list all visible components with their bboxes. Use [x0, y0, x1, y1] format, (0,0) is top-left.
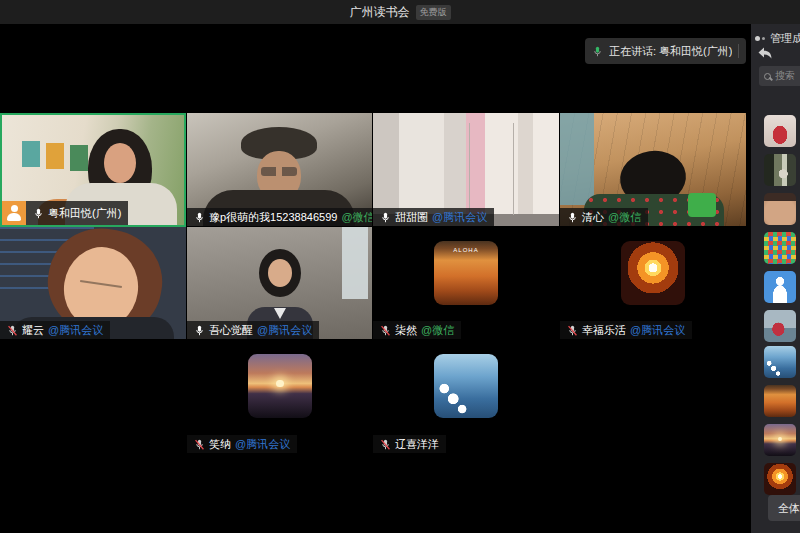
- participant-name: 柒然: [395, 323, 417, 338]
- video-tile[interactable]: 豫p很萌的我15238846599 @微信: [187, 113, 372, 226]
- video-tile-host[interactable]: 粤和田悦(广州): [0, 113, 186, 227]
- platform-suffix: @腾讯会议: [432, 210, 487, 225]
- toast-divider: [738, 44, 739, 58]
- participant-name-label: 辽喜洋洋: [373, 435, 446, 453]
- green-garment: [688, 193, 716, 217]
- participant-name-label: 柒然 @微信: [373, 321, 461, 339]
- speaking-indicator: 正在讲话: 粤和田悦(广州);...: [585, 38, 746, 64]
- member-avatar-woman-by-water[interactable]: [764, 310, 796, 342]
- bright-window: [342, 227, 368, 299]
- avatar-autumn-aloha: ALOHA: [434, 241, 498, 305]
- hanging-cloth: [560, 113, 594, 205]
- titlebar: 广州读书会 免费版: [0, 0, 800, 24]
- platform-suffix: @腾讯会议: [257, 323, 312, 338]
- search-icon: [764, 73, 771, 80]
- member-avatar-colorful-mosaic[interactable]: [764, 232, 796, 264]
- participant-name-label: 甜甜圈 @腾讯会议: [373, 208, 494, 226]
- video-tile[interactable]: 甜甜圈 @腾讯会议: [373, 113, 559, 226]
- person-face: [104, 143, 136, 183]
- speaking-indicator-text: 正在讲话: 粤和田悦(广州);...: [609, 44, 732, 59]
- mic-on-icon: [194, 211, 205, 224]
- participant-name: 辽喜洋洋: [395, 437, 439, 452]
- host-badge-icon: [2, 201, 26, 225]
- participant-name-label: 耀云 @腾讯会议: [0, 321, 110, 339]
- audio-tile[interactable]: 幸福乐活 @腾讯会议: [560, 227, 746, 339]
- participant-name: 笑纳: [209, 437, 231, 452]
- mic-muted-icon: [380, 324, 391, 337]
- platform-suffix: @腾讯会议: [630, 323, 685, 338]
- audio-tile[interactable]: ALOHA 柒然 @微信: [373, 227, 559, 339]
- participant-name-label: 粤和田悦(广州): [26, 201, 128, 225]
- avatar-caption: ALOHA: [434, 247, 498, 253]
- members-icon: [755, 35, 766, 42]
- platform-suffix: @腾讯会议: [48, 323, 103, 338]
- avatar-lake-daisies: [434, 354, 498, 418]
- member-avatar-autumn-aloha[interactable]: [764, 385, 796, 417]
- member-avatar-woman-in-red[interactable]: [764, 115, 796, 147]
- video-tile[interactable]: 清心 @微信: [560, 113, 746, 226]
- search-placeholder: 搜索: [775, 69, 795, 83]
- search-input[interactable]: 搜索: [759, 66, 800, 86]
- mic-on-icon: [380, 211, 391, 224]
- member-avatar-orange-sun[interactable]: [764, 463, 796, 495]
- mic-muted-icon: [7, 324, 18, 337]
- platform-suffix: @微信: [421, 323, 454, 338]
- members-panel: 管理成员 搜索 全体静音: [751, 24, 800, 533]
- participant-name: 幸福乐活: [582, 323, 626, 338]
- platform-suffix: @微信: [341, 210, 372, 225]
- member-avatar-person-by-window[interactable]: [764, 154, 796, 186]
- member-avatar-default-blue[interactable]: [764, 271, 796, 303]
- participant-name-label: 笑纳 @腾讯会议: [187, 435, 297, 453]
- back-arrow-icon: [757, 46, 773, 60]
- collapse-panel-button[interactable]: [757, 46, 775, 62]
- mic-muted-icon: [380, 438, 391, 451]
- avatar-orange-sun: [621, 241, 685, 305]
- participant-name-label: 幸福乐活 @腾讯会议: [560, 321, 692, 339]
- audio-tile[interactable]: 辽喜洋洋: [373, 340, 559, 453]
- meeting-window: 广州读书会 免费版 粤和田悦(广州): [0, 0, 800, 533]
- person-face: [268, 259, 292, 287]
- free-version-badge: 免费版: [416, 5, 451, 20]
- door-frame: [469, 123, 470, 215]
- participant-name-label: 清心 @微信: [560, 208, 648, 226]
- platform-suffix: @腾讯会议: [235, 437, 290, 452]
- participant-name: 耀云: [22, 323, 44, 338]
- mic-active-icon: [592, 45, 603, 58]
- video-tile[interactable]: 吾心觉醒 @腾讯会议: [187, 227, 372, 339]
- member-avatar-woman-face[interactable]: [764, 193, 796, 225]
- members-panel-header: 管理成员: [755, 31, 800, 46]
- platform-suffix: @微信: [608, 210, 641, 225]
- participant-name-label: 吾心觉醒 @腾讯会议: [187, 321, 319, 339]
- avatar-sunset-pier: [248, 354, 312, 418]
- wall-paintings: [22, 141, 40, 167]
- participant-name: 豫p很萌的我15238846599: [209, 210, 337, 225]
- participant-name: 清心: [582, 210, 604, 225]
- member-avatar-lake-daisies[interactable]: [764, 346, 796, 378]
- participant-name: 甜甜圈: [395, 210, 428, 225]
- mic-on-icon: [33, 207, 44, 220]
- mic-muted-icon: [567, 324, 578, 337]
- video-tile[interactable]: 耀云 @腾讯会议: [0, 227, 186, 339]
- audio-tile[interactable]: 笑纳 @腾讯会议: [187, 340, 372, 453]
- mute-all-button[interactable]: 全体静音: [768, 495, 800, 521]
- mic-on-icon: [194, 324, 205, 337]
- mic-on-icon: [567, 211, 578, 224]
- glasses: [261, 167, 297, 176]
- members-panel-title: 管理成员: [770, 31, 800, 46]
- participant-name-label: 豫p很萌的我15238846599 @微信: [187, 208, 372, 226]
- meeting-title: 广州读书会: [350, 4, 410, 21]
- mic-muted-icon: [194, 438, 205, 451]
- member-avatar-sunset-pier[interactable]: [764, 424, 796, 456]
- participant-name: 吾心觉醒: [209, 323, 253, 338]
- participant-name: 粤和田悦(广州): [48, 206, 121, 221]
